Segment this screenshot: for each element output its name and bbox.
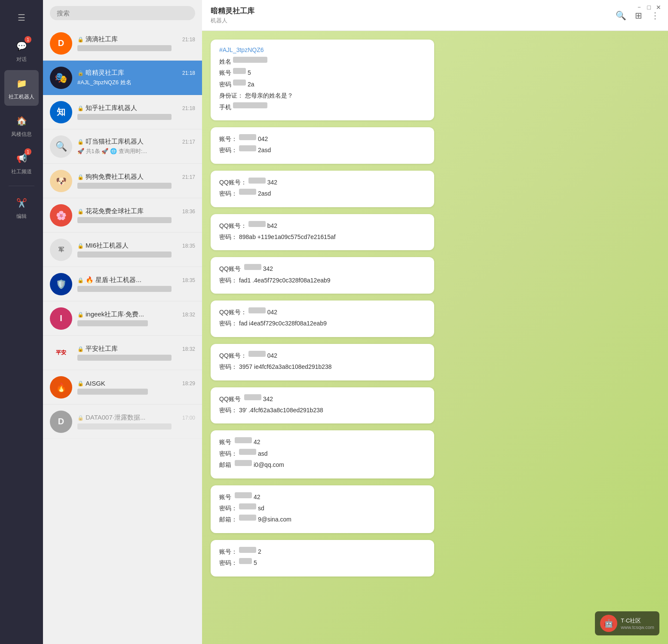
minimize-button[interactable]: － — [636, 3, 642, 11]
conversations-icon: 💬 1 — [13, 38, 30, 54]
search-button[interactable]: 🔍 — [616, 10, 626, 21]
chat-time-anjing: 21:18 — [182, 70, 195, 76]
message-bubble-r9: 账号 42 密码： sd 邮箱： 9@sina.com — [211, 485, 434, 533]
message-bubble-r8: 账号 42 密码： asd 邮箱 i0@qq.com — [211, 430, 434, 478]
lock-icon-gougou: 🔒 — [77, 174, 84, 180]
chat-item-zhihu[interactable]: 知 🔒 知乎社工库机器人 21:18 — [43, 95, 202, 129]
chat-item-mi6[interactable]: 军 🔒 MI6社工机器人 18:35 — [43, 233, 202, 267]
nav-menu[interactable]: ☰ — [4, 4, 39, 31]
msg-link[interactable]: #AJL_3tpzNQZ6 — [219, 46, 426, 53]
avatar-gougou: 🐶 — [50, 170, 72, 192]
avatar-zhihu: 知 — [50, 101, 72, 123]
nav-bots[interactable]: 📁 社工机器人 — [4, 70, 39, 106]
chat-subtitle: 机器人 — [211, 17, 254, 25]
search-input[interactable] — [50, 6, 195, 20]
msg-field-id: 身份证： 您母亲的姓名是？ — [219, 91, 426, 100]
message-bubble-r2: QQ账号： 342 密码： 2asd — [211, 171, 434, 207]
msg-r2-qq: QQ账号： 342 — [219, 178, 426, 187]
nav-conversations[interactable]: 💬 1 对话 — [4, 33, 39, 68]
chat-time-data007: 17:00 — [182, 415, 195, 421]
message-bubble-r6: QQ账号： 042 密码： 3957 ie4fcf62a3a8c108ed291… — [211, 344, 434, 380]
msg-field-phone: 手机 — [219, 102, 426, 112]
chat-time-ingeek: 18:32 — [182, 312, 195, 318]
chat-name-data007: 🔒 DATA007·泄露数据... — [77, 414, 145, 422]
lock-icon-mi6: 🔒 — [77, 243, 84, 249]
maximize-button[interactable]: □ — [647, 3, 651, 11]
nav-divider — [9, 186, 34, 186]
lock-icon-huahua: 🔒 — [77, 209, 84, 215]
chat-item-huahua[interactable]: 🌸 🔒 花花免费全球社工库 18:36 — [43, 198, 202, 233]
bots-label: 社工机器人 — [9, 93, 34, 101]
message-bubble-r3: QQ账号： b42 密码： 898ab +119e1a09c575cd7e216… — [211, 214, 434, 251]
nav-edit[interactable]: ✂️ 编辑 — [4, 190, 39, 225]
layout-button[interactable]: ⊞ — [635, 10, 642, 21]
chat-name-gougou: 🔒 狗狗免费社工机器人 — [77, 173, 144, 181]
search-bar — [43, 0, 202, 26]
chat-item-data007[interactable]: D 🔒 DATA007·泄露数据... 17:00 — [43, 405, 202, 439]
nav-info[interactable]: 🏠 凤楼信息 — [4, 107, 39, 143]
lock-icon: 🔒 — [77, 37, 84, 43]
avatar-ingeek: I — [50, 307, 72, 330]
message-bubble-r5: QQ账号： 042 密码： fad i4ea5f729c0c328f08a12e… — [211, 301, 434, 337]
message-bubble-r1: 账号： 042 密码： 2asd — [211, 127, 434, 164]
avatar-mi6: 军 — [50, 239, 72, 261]
avatar-aisgk: 🔥 — [50, 376, 72, 399]
msg-r2-password: 密码： 2asd — [219, 189, 426, 198]
chat-time-huahua: 18:36 — [182, 209, 195, 215]
avatar-dangdang: 🔍 — [50, 135, 72, 158]
chat-item-dangdang[interactable]: 🔍 🔒 叮当猫社工库机器人 21:17 🚀 共1条 🚀 🌐 查询用时:... — [43, 129, 202, 164]
chat-name-xingdun: 🔒 🔥 星盾·社工机器... — [77, 276, 141, 284]
nav-sidebar: ☰ 💬 1 对话 📁 社工机器人 🏠 凤楼信息 📢 1 社工频道 ✂️ 编辑 — [0, 0, 43, 644]
msg-field-name: 姓名 — [219, 57, 426, 66]
avatar-didi: D — [50, 32, 72, 55]
chat-preview-anjing: #AJL_3tpzNQZ6 姓名 — [77, 79, 195, 86]
msg-r9-account: 账号 42 — [219, 492, 426, 502]
chat-list-panel: D 🔒 滴滴社工库 21:18 🎭 🔒 暗精灵社工库 — [43, 0, 202, 644]
chat-preview-dangdang: 🚀 共1条 🚀 🌐 查询用时:... — [77, 147, 195, 155]
chat-name-mi6: 🔒 MI6社工机器人 — [77, 242, 129, 250]
messages-area: #AJL_3tpzNQZ6 姓名 账号 5 密码 2a 身份证： 您母亲的姓名是… — [202, 31, 668, 644]
msg-r4-password: 密码： fad1 .4ea5f729c0c328f08a12eab9 — [219, 276, 426, 285]
msg-r7-password: 密码： 39' .4fcf62a3a8c108ed291b238 — [219, 405, 426, 415]
more-button[interactable]: ⋮ — [651, 10, 659, 21]
chat-time-xingdun: 18:35 — [182, 277, 195, 283]
message-bubble-r7: QQ账号 342 密码： 39' .4fcf62a3a8c108ed291b23… — [211, 387, 434, 424]
chat-item-didi[interactable]: D 🔒 滴滴社工库 21:18 — [43, 26, 202, 61]
msg-value-name — [233, 57, 267, 63]
chat-items: D 🔒 滴滴社工库 21:18 🎭 🔒 暗精灵社工库 — [43, 26, 202, 644]
avatar-pingan: 平安 — [50, 342, 72, 364]
chat-time-dangdang: 21:17 — [182, 139, 195, 145]
chat-item-aisgk[interactable]: 🔥 🔒 AISGK 18:29 — [43, 370, 202, 405]
message-bubble-r4: QQ账号 342 密码： fad1 .4ea5f729c0c328f08a12e… — [211, 257, 434, 294]
close-button[interactable]: ✕ — [656, 3, 661, 11]
chat-preview-xingdun — [77, 286, 172, 292]
lock-icon-xingdun: 🔒 — [77, 277, 84, 283]
msg-r3-password: 密码： 898ab +119e1a09c575cd7e21615af — [219, 232, 426, 242]
chat-preview-huahua — [77, 217, 172, 223]
msg-value-password-blur — [233, 80, 246, 86]
watermark: 🤖 T·C社区 www.tcsqw.com — [595, 611, 659, 635]
chat-item-gougou[interactable]: 🐶 🔒 狗狗免费社工机器人 21:17 — [43, 164, 202, 198]
edit-icon: ✂️ — [13, 195, 30, 211]
msg-r5-qq: QQ账号： 042 — [219, 307, 426, 317]
chat-time-aisgk: 18:29 — [182, 380, 195, 386]
menu-icon: ☰ — [13, 9, 30, 26]
msg-r4-qq: QQ账号 342 — [219, 264, 426, 273]
avatar-anjing: 🎭 — [50, 67, 72, 89]
message-bubble-main: #AJL_3tpzNQZ6 姓名 账号 5 密码 2a 身份证： 您母亲的姓名是… — [211, 40, 434, 120]
msg-r8-password: 密码： asd — [219, 449, 426, 458]
chat-item-ingeek[interactable]: I 🔒 ingeek社工库·免费... 18:32 — [43, 301, 202, 336]
chat-item-pingan[interactable]: 平安 🔒 平安社工库 18:32 — [43, 336, 202, 370]
chat-preview-data007 — [77, 423, 172, 429]
edit-label: 编辑 — [16, 213, 27, 220]
chat-preview-mi6 — [77, 251, 172, 258]
chat-time-didi: 21:18 — [182, 37, 195, 43]
chat-item-anjing[interactable]: 🎭 🔒 暗精灵社工库 21:18 #AJL_3tpzNQZ6 姓名 — [43, 61, 202, 95]
lock-icon-ingeek: 🔒 — [77, 312, 84, 318]
chat-item-xingdun[interactable]: 🛡️ 🔒 🔥 星盾·社工机器... 18:35 — [43, 267, 202, 301]
watermark-icon: 🤖 — [600, 615, 617, 632]
nav-channels[interactable]: 📢 1 社工频道 — [4, 145, 39, 181]
chat-preview-zhihu — [77, 114, 172, 120]
chat-name-ingeek: 🔒 ingeek社工库·免费... — [77, 310, 144, 319]
message-bubble-r10: 账号： 2 密码： 5 — [211, 540, 434, 577]
